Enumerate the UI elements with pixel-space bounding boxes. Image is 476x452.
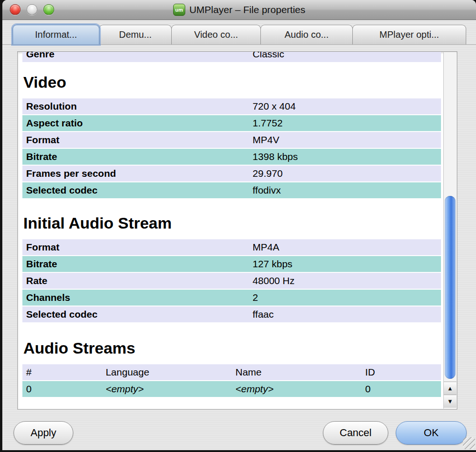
- scroll-up-icon: ▲: [447, 385, 453, 392]
- apply-button-label: Apply: [30, 427, 56, 439]
- property-row-video-format: Format MP4V: [22, 132, 441, 148]
- property-value: 29.970: [252, 168, 282, 179]
- properties-panel: Genre Classic Video Resolution 720 x 404…: [17, 51, 457, 410]
- tab-information-label: Informat...: [35, 29, 77, 40]
- minimize-button[interactable]: [27, 4, 37, 15]
- resize-grip[interactable]: [463, 437, 475, 449]
- scrollbar-thumb[interactable]: [445, 196, 455, 379]
- property-row-audio-codec: Selected codec ffaac: [22, 306, 441, 322]
- section-title-audio-streams: Audio Streams: [23, 337, 441, 359]
- property-label: Rate: [22, 275, 48, 286]
- tab-audio-codec-label: Audio co...: [285, 29, 329, 40]
- property-label: Selected codec: [22, 185, 98, 196]
- property-label: Genre: [22, 52, 55, 60]
- title-bar[interactable]: um UMPlayer – File properties: [2, 0, 476, 20]
- column-header-number: #: [22, 367, 102, 378]
- cancel-button[interactable]: Cancel: [323, 421, 388, 445]
- property-label: Frames per second: [22, 168, 116, 179]
- audio-stream-row: 0 <empty> <empty> 0: [22, 381, 441, 397]
- tab-bar: Informat... Demu... Video co... Audio co…: [2, 20, 476, 45]
- property-label: Format: [22, 134, 59, 146]
- scroll-view[interactable]: Genre Classic Video Resolution 720 x 404…: [22, 52, 441, 409]
- stream-language: <empty>: [102, 383, 231, 395]
- property-value: MP4V: [252, 134, 279, 146]
- close-button[interactable]: [10, 4, 21, 15]
- cancel-button-label: Cancel: [340, 427, 371, 439]
- section-title-video: Video: [23, 71, 441, 93]
- tab-video-codec[interactable]: Video co...: [171, 25, 261, 44]
- column-header-language: Language: [102, 367, 231, 378]
- property-value: 127 kbps: [252, 258, 292, 270]
- tab-demuxer[interactable]: Demu...: [99, 25, 172, 44]
- property-label: Resolution: [22, 101, 77, 112]
- scroll-down-button[interactable]: ▼: [444, 395, 456, 408]
- vertical-scrollbar[interactable]: ▲ ▼: [443, 52, 456, 409]
- tab-mplayer-options-label: MPlayer opti...: [379, 29, 439, 40]
- property-label: Channels: [22, 292, 70, 303]
- section-title-initial-audio-stream: Initial Audio Stream: [23, 212, 441, 234]
- tab-video-codec-label: Video co...: [194, 29, 238, 40]
- property-row-audio-rate: Rate 48000 Hz: [22, 273, 441, 289]
- property-row-aspect-ratio: Aspect ratio 1.7752: [22, 115, 441, 131]
- umplayer-app-icon: um: [173, 4, 185, 16]
- stream-number: 0: [22, 383, 102, 395]
- ok-button[interactable]: OK: [396, 421, 467, 445]
- property-row-audio-channels: Channels 2: [22, 290, 441, 306]
- property-value: ffaac: [252, 309, 273, 320]
- tab-demuxer-label: Demu...: [119, 29, 152, 40]
- column-header-name: Name: [231, 367, 361, 378]
- zoom-button[interactable]: [43, 4, 54, 15]
- traffic-lights: [10, 4, 60, 15]
- window-title: UMPlayer – File properties: [189, 4, 306, 15]
- tab-audio-codec[interactable]: Audio co...: [260, 25, 353, 44]
- property-value: 1.7752: [252, 118, 282, 129]
- ok-button-label: OK: [424, 427, 439, 439]
- apply-button[interactable]: Apply: [14, 421, 73, 445]
- property-label: Selected codec: [22, 309, 98, 320]
- tab-information[interactable]: Informat...: [13, 25, 99, 44]
- property-label: Aspect ratio: [22, 118, 83, 129]
- property-value: 48000 Hz: [252, 275, 294, 286]
- umplayer-file-properties-window: um UMPlayer – File properties Informat..…: [2, 0, 476, 450]
- property-value: MP4A: [252, 242, 279, 253]
- property-value: 1398 kbps: [252, 151, 298, 162]
- property-row-audio-format: Format MP4A: [22, 239, 441, 255]
- column-header-id: ID: [362, 367, 441, 378]
- property-label: Format: [22, 242, 59, 253]
- scroll-up-button[interactable]: ▲: [444, 382, 456, 395]
- stream-name: <empty>: [231, 383, 361, 395]
- property-label: Bitrate: [22, 151, 57, 162]
- property-row-resolution: Resolution 720 x 404: [22, 98, 441, 114]
- property-value: 720 x 404: [252, 101, 295, 112]
- property-row-genre: Genre Classic: [22, 52, 441, 62]
- property-label: Bitrate: [22, 258, 57, 270]
- property-row-video-bitrate: Bitrate 1398 kbps: [22, 149, 441, 165]
- stream-id: 0: [362, 383, 441, 395]
- audio-streams-header-row: # Language Name ID: [22, 364, 441, 380]
- scroll-down-icon: ▼: [447, 398, 453, 405]
- property-value: ffodivx: [252, 185, 280, 196]
- tab-mplayer-options[interactable]: MPlayer opti...: [352, 25, 466, 44]
- property-value: Classic: [252, 52, 284, 60]
- property-value: 2: [252, 292, 258, 303]
- title-area: um UMPlayer – File properties: [173, 4, 306, 16]
- property-row-audio-bitrate: Bitrate 127 kbps: [22, 256, 441, 272]
- property-row-fps: Frames per second 29.970: [22, 166, 441, 181]
- property-row-video-codec: Selected codec ffodivx: [22, 182, 441, 198]
